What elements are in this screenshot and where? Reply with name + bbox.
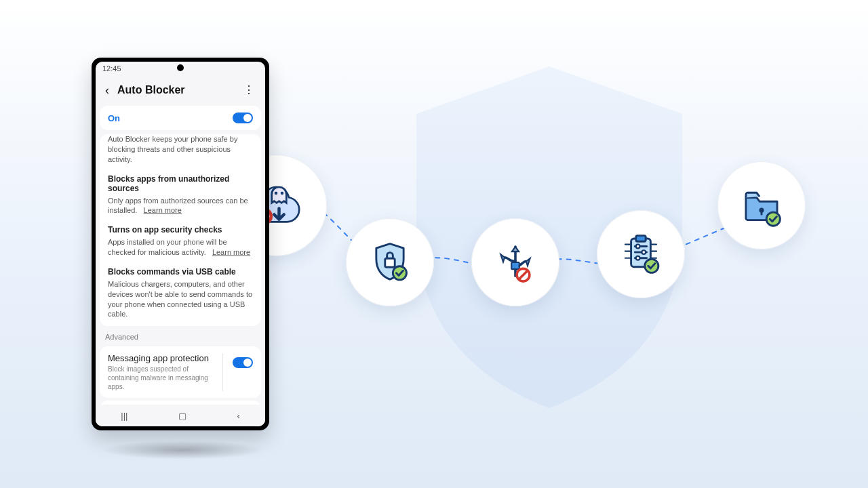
intro-text: Auto Blocker keeps your phone safe by bl…	[108, 134, 253, 165]
android-navbar: ||| ▢ ‹	[96, 405, 265, 426]
phone-mockup: 12:45 ‹ Auto Blocker ⋮ On Auto Blocker k…	[92, 58, 269, 430]
advanced-item-sub: Block images suspected of containing mal…	[108, 365, 216, 391]
advanced-item-messaging[interactable]: Messaging app protection Block images su…	[100, 346, 261, 398]
back-icon[interactable]: ‹	[102, 83, 112, 98]
camera-cutout	[177, 64, 184, 71]
nav-back-icon[interactable]: ‹	[237, 411, 239, 421]
phone-shadow	[102, 441, 264, 460]
feature-body-2: Apps installed on your phone will be che…	[108, 237, 253, 258]
master-toggle[interactable]	[233, 113, 253, 123]
status-time: 12:45	[102, 64, 121, 73]
advanced-item-title: Messaging app protection	[108, 353, 216, 363]
feature-body-3: Malicious chargers, computers, and other…	[108, 279, 253, 319]
feature-title-2: Turns on app security checks	[108, 225, 253, 235]
connection-path	[224, 122, 848, 325]
app-bar: ‹ Auto Blocker ⋮	[96, 75, 265, 102]
phone-screen: 12:45 ‹ Auto Blocker ⋮ On Auto Blocker k…	[96, 62, 265, 426]
feature-body-1: Only apps from authorized sources can be…	[108, 196, 253, 216]
learn-more-link[interactable]: Learn more	[212, 248, 250, 256]
feature-title-3: Blocks commands via USB cable	[108, 267, 253, 277]
learn-more-link[interactable]: Learn more	[144, 206, 182, 214]
messaging-protection-toggle[interactable]	[233, 357, 253, 368]
page-title: Auto Blocker	[117, 84, 234, 96]
more-menu-icon[interactable]: ⋮	[239, 82, 258, 98]
status-bar: 12:45	[96, 62, 265, 75]
nav-recents-icon[interactable]: |||	[121, 411, 127, 421]
feature-title-1: Blocks apps from unauthorized sources	[108, 174, 253, 193]
master-toggle-label: On	[108, 113, 120, 123]
advanced-section-label: Advanced	[96, 326, 265, 344]
nav-home-icon[interactable]: ▢	[178, 411, 186, 421]
